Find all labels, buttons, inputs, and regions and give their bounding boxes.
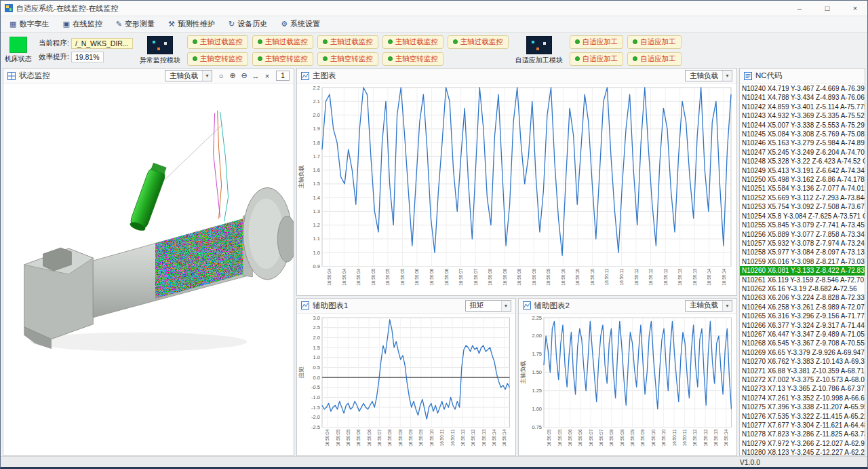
svg-text:16:50:07: 16:50:07 [458, 268, 463, 286]
menu-item-系统设置[interactable]: ⚙系统设置 [275, 18, 326, 31]
program-info-block: 当前程序: /_N_WKS_DIR... 效率提升: 19.81% [39, 38, 133, 62]
nc-list[interactable]: N10240 X4.719 Y-3.467 Z-4.669 A-76.396N1… [740, 83, 865, 455]
nc-line[interactable]: N10265 X6.316 Y-3.296 Z-9.156 A-71.771 [740, 312, 865, 320]
monitor-button[interactable]: 主轴空转监控 [317, 52, 378, 66]
monitor-button[interactable]: 主轴过载监控 [187, 35, 248, 49]
maximize-button[interactable]: □ [815, 1, 840, 16]
svg-text:16:50:06: 16:50:06 [567, 429, 572, 447]
nc-line[interactable]: N10250 X5.498 Y-3.162 Z-6.86 A-74.178 ( [740, 175, 865, 184]
nc-line[interactable]: N10261 X6.119 Y-3.159 Z-8.546 A-72.701 [740, 276, 865, 284]
view-tool-button[interactable]: ↔ [250, 71, 261, 81]
nc-line[interactable]: N10268 X6.545 Y-3.367 Z-9.708 A-70.557 [740, 339, 865, 348]
nc-line[interactable]: N10259 X6.016 Y-3.098 Z-8.217 A-73.036 [740, 257, 865, 266]
machine-3d-view[interactable] [3, 83, 294, 455]
nc-line[interactable]: N10260 X6.081 Y-3.133 Z-8.422 A-72.835 [740, 266, 865, 275]
aux1-dropdown[interactable]: 扭矩 ▾ [465, 300, 511, 312]
monitor-button[interactable]: 主轴过载监控 [448, 35, 509, 49]
nc-line[interactable]: N10257 X5.932 Y-3.078 Z-7.974 A-73.243 [740, 239, 865, 248]
efficiency-label: 效率提升: [39, 52, 69, 62]
menu-item-数字孪生[interactable]: ▦数字孪生 [3, 18, 55, 31]
monitor-button[interactable]: 主轴过载监控 [382, 35, 443, 49]
nc-line[interactable]: N10263 X6.206 Y-3.224 Z-8.828 A-72.33 ( [740, 293, 865, 302]
nc-line[interactable]: N10270 X6.762 Y-3.383 Z-10.143 A-69.34 [740, 357, 865, 366]
menu-label: 在线监控 [73, 19, 102, 29]
monitor-button[interactable]: 主轴空转监控 [252, 52, 313, 66]
nc-line[interactable]: N10251 X5.584 Y-3.136 Z-7.077 A-74.012 [740, 184, 865, 193]
nc-line[interactable]: N10240 X4.719 Y-3.467 Z-4.669 A-76.396 [740, 84, 865, 93]
nc-line[interactable]: N10258 X5.977 Y-3.084 Z-8.097 A-73.138 [740, 248, 865, 257]
nc-line[interactable]: N10256 X5.889 Y-3.077 Z-7.858 A-73.348 [740, 230, 865, 239]
nc-line[interactable]: N10244 X5.007 Y-3.338 Z-5.553 A-75.297 [740, 121, 865, 130]
svg-text:-1.0: -1.0 [311, 394, 320, 400]
svg-text:16:50:06: 16:50:06 [429, 268, 434, 286]
nc-line[interactable]: N10262 X6.16 Y-3.19 Z-8.682 A-72.56 [740, 284, 865, 293]
aux2-dropdown[interactable]: 主轴负载 ▾ [685, 300, 732, 312]
svg-text:2.1: 2.1 [313, 98, 320, 105]
monitor-button[interactable]: 自适应加工 [570, 52, 624, 66]
nc-line[interactable]: N10271 X6.88 Y-3.381 Z-10.359 A-68.71 [740, 367, 865, 375]
nc-line[interactable]: N10266 X6.377 Y-3.324 Z-9.317 A-71.443 [740, 321, 865, 330]
nc-line[interactable]: N10241 X4.788 Y-3.434 Z-4.893 A-76.062 [740, 93, 865, 102]
svg-text:16:50:08: 16:50:08 [398, 429, 403, 447]
nc-line[interactable]: N10273 X7.13 Y-3.365 Z-10.786 A-67.372 [740, 384, 865, 393]
nc-line[interactable]: N10278 X7.823 Y-3.286 Z-11.825 A-63.73 [740, 430, 865, 438]
monitor-button[interactable]: 主轴过载监控 [317, 35, 378, 49]
svg-text:2.0: 2.0 [313, 112, 320, 118]
svg-text:16:50:09: 16:50:09 [408, 429, 413, 447]
svg-text:1.0: 1.0 [313, 250, 320, 256]
view-signal-dropdown[interactable]: 主轴负载 ▾ [165, 70, 212, 81]
monitor-button[interactable]: 主轴空转监控 [187, 52, 248, 66]
nc-line[interactable]: N10253 X5.754 Y-3.092 Z-7.508 A-73.677 [740, 202, 865, 211]
zoom-level-input[interactable] [276, 71, 290, 81]
nc-line[interactable]: N10248 X5.328 Y-3.22 Z-6.423 A-74.52 C- [740, 157, 865, 166]
nc-line[interactable]: N10276 X7.535 Y-3.322 Z-11.415 A-65.22 [740, 412, 865, 421]
nc-line[interactable]: N10252 X5.669 Y-3.112 Z-7.293 A-73.844 [740, 193, 865, 202]
nc-line[interactable]: N10255 X5.845 Y-3.079 Z-7.741 A-73.458 [740, 221, 865, 229]
menu-item-预测性维护[interactable]: ⚒预测性维护 [162, 18, 221, 31]
nc-line[interactable]: N10254 X5.8 Y-3.084 Z-7.625 A-73.571 C- [740, 212, 865, 221]
main-chart-body[interactable]: 0.91.01.11.21.31.41.51.61.71.81.92.02.12… [297, 83, 736, 295]
nc-line[interactable]: N10277 X7.677 Y-3.304 Z-11.621 A-64.48 [740, 421, 865, 430]
nc-line[interactable]: N10249 X5.413 Y-3.191 Z-6.642 A-74.34 [740, 166, 865, 175]
svg-text:16:50:06: 16:50:06 [356, 429, 361, 447]
aux2-header: 辅助图表2 主轴负载 ▾ [519, 299, 737, 314]
nc-line[interactable]: N10274 X7.261 Y-3.352 Z-10.998 A-66.67 [740, 394, 865, 402]
menu-label: 设备历史 [237, 19, 267, 29]
nc-line[interactable]: N10275 X7.396 Y-3.338 Z-11.207 A-65.95 [740, 402, 865, 411]
nc-line[interactable]: N10245 X5.084 Y-3.308 Z-5.769 A-75.088 [740, 130, 865, 138]
monitor-button[interactable]: 自适应加工 [627, 35, 682, 49]
view-tool-button[interactable]: ○ [216, 71, 226, 81]
aux1-body[interactable]: -2.5-2.0-1.5-1.0-0.50.00.51.01.52.02.53.… [297, 314, 515, 455]
nc-line[interactable]: N10264 X6.258 Y-3.261 Z-8.989 A-72.072 [740, 303, 865, 312]
svg-text:16:50:12: 16:50:12 [648, 268, 653, 286]
monitor-button[interactable]: 主轴空转监控 [382, 52, 443, 66]
svg-text:-0.5: -0.5 [311, 384, 320, 390]
monitor-button[interactable]: 自适应加工 [570, 35, 624, 49]
svg-text:1.3: 1.3 [313, 208, 320, 214]
nc-line[interactable]: N10269 X6.65 Y-3.379 Z-9.926 A-69.947 C [740, 348, 865, 357]
nc-line[interactable]: N10246 X5.163 Y-3.279 Z-5.984 A-74.892 [740, 138, 865, 147]
aux2-body[interactable]: 0.751.001.251.501.752.002.2516:50:0516:5… [519, 314, 737, 455]
menu-item-在线监控[interactable]: ▣在线监控 [56, 18, 108, 31]
nc-line[interactable]: N10247 X5.245 Y-3.249 Z-6.204 A-74.701 [740, 148, 865, 157]
status-dot-icon [575, 56, 580, 61]
view-tool-button[interactable]: × [262, 71, 273, 81]
nc-line[interactable]: N10242 X4.859 Y-3.401 Z-5.114 A-75.775 [740, 102, 865, 111]
menu-item-设备历史[interactable]: ↻设备历史 [222, 18, 273, 31]
minimize-button[interactable]: – [787, 1, 812, 16]
version-label: V1.0.0 [740, 458, 760, 466]
menu-item-变形测量[interactable]: ✎变形测量 [110, 18, 161, 31]
nc-line[interactable]: N10267 X6.447 Y-3.347 Z-9.489 A-71.055 [740, 330, 865, 339]
view-tool-button[interactable]: ⊖ [239, 71, 250, 81]
view-tool-button[interactable]: ⊕ [227, 71, 238, 81]
machine-status-label: 机床状态 [5, 54, 32, 64]
nc-line[interactable]: N10272 X7.002 Y-3.375 Z-10.573 A-68.05 [740, 375, 865, 384]
nc-line[interactable]: N10243 X4.932 Y-3.369 Z-5.335 A-75.523 [740, 111, 865, 120]
close-button[interactable]: × [843, 1, 867, 16]
monitor-button[interactable]: 自适应加工 [627, 52, 682, 66]
main-chart-dropdown[interactable]: 主轴负载 ▾ [685, 70, 732, 81]
app-icon [5, 4, 13, 12]
nc-line[interactable]: N10279 X7.972 Y-3.266 Z-12.027 A-62.98 [740, 439, 865, 448]
nc-line[interactable]: N10280 X8.123 Y-3.245 Z-12.227 A-62.23 [740, 448, 865, 455]
monitor-button[interactable]: 主轴过载监控 [252, 35, 313, 49]
